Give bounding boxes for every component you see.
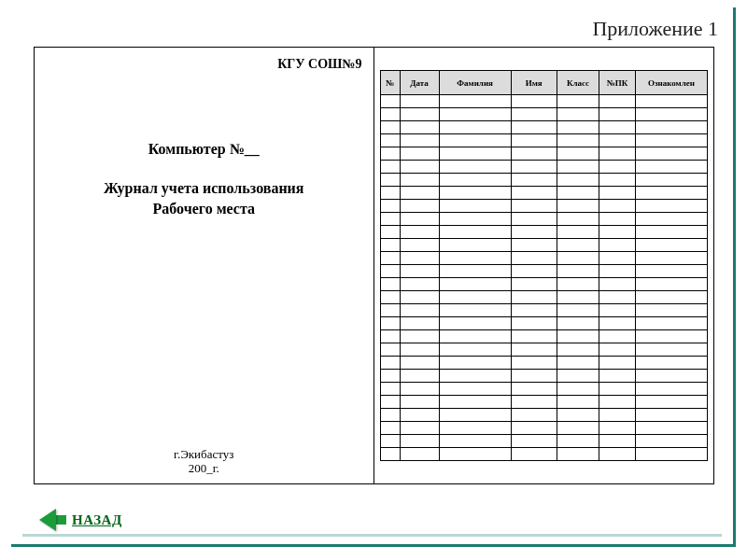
table-cell xyxy=(557,121,599,134)
table-cell xyxy=(557,174,599,187)
table-cell xyxy=(400,121,439,134)
table-cell xyxy=(380,147,400,161)
journal-title: Журнал учета использования Рабочего мест… xyxy=(35,178,374,218)
table-cell xyxy=(599,291,636,304)
table-cell xyxy=(400,422,439,435)
table-cell xyxy=(400,448,439,461)
table-cell xyxy=(400,187,439,200)
table-cell xyxy=(635,187,707,200)
table-row xyxy=(380,200,708,213)
table-cell xyxy=(380,396,400,409)
table-cell xyxy=(635,147,707,161)
table-cell xyxy=(400,383,439,396)
table-cell xyxy=(599,161,636,174)
table-cell xyxy=(439,147,511,161)
log-table: № Дата Фамилия Имя Класс №ПК Ознакомлен xyxy=(380,70,709,461)
table-cell xyxy=(400,330,439,343)
table-cell xyxy=(511,213,557,226)
table-cell xyxy=(439,304,511,317)
table-cell xyxy=(511,121,557,134)
table-cell xyxy=(635,278,707,291)
table-row xyxy=(380,409,708,422)
table-cell xyxy=(511,147,557,161)
table-cell xyxy=(635,357,707,370)
table-cell xyxy=(635,239,707,252)
table-cell xyxy=(380,252,400,265)
header-pc: №ПК xyxy=(599,71,636,95)
table-cell xyxy=(599,265,636,278)
header-ack: Ознакомлен xyxy=(635,71,707,95)
table-cell xyxy=(380,134,400,147)
table-cell xyxy=(511,108,557,121)
table-cell xyxy=(400,213,439,226)
table-cell xyxy=(557,147,599,161)
table-cell xyxy=(439,187,511,200)
table-cell xyxy=(511,278,557,291)
table-cell xyxy=(511,422,557,435)
table-cell xyxy=(511,435,557,448)
table-cell xyxy=(557,278,599,291)
table-cell xyxy=(599,409,636,422)
slide-frame: Приложение 1 КГУ СОШ№9 Компьютер №__ Жур… xyxy=(11,7,736,547)
table-cell xyxy=(400,409,439,422)
table-cell xyxy=(380,448,400,461)
table-row xyxy=(380,134,708,147)
table-cell xyxy=(557,239,599,252)
back-button[interactable]: НАЗАД xyxy=(39,509,122,531)
table-row xyxy=(380,317,708,330)
appendix-title: Приложение 1 xyxy=(592,17,718,41)
table-cell xyxy=(400,200,439,213)
table-cell xyxy=(380,121,400,134)
table-cell xyxy=(599,396,636,409)
table-cell xyxy=(400,265,439,278)
table-cell xyxy=(439,278,511,291)
table-row xyxy=(380,448,708,461)
cover-footer: г.Экибастуз 200_г. xyxy=(35,447,374,476)
table-cell xyxy=(400,357,439,370)
table-cell xyxy=(599,239,636,252)
table-cell xyxy=(599,147,636,161)
table-cell xyxy=(557,134,599,147)
table-cell xyxy=(635,161,707,174)
table-cell xyxy=(635,317,707,330)
table-cell xyxy=(439,409,511,422)
table-cell xyxy=(599,278,636,291)
table-cell xyxy=(599,108,636,121)
table-cell xyxy=(635,330,707,343)
table-cell xyxy=(557,291,599,304)
table-cell xyxy=(439,239,511,252)
table-cell xyxy=(599,304,636,317)
table-row xyxy=(380,226,708,239)
table-cell xyxy=(439,370,511,383)
table-cell xyxy=(511,95,557,108)
table-cell xyxy=(635,435,707,448)
table-cell xyxy=(380,265,400,278)
table-cell xyxy=(599,95,636,108)
organization-name: КГУ СОШ№9 xyxy=(44,55,364,72)
table-cell xyxy=(635,304,707,317)
table-cell xyxy=(439,435,511,448)
table-cell xyxy=(599,317,636,330)
table-row xyxy=(380,370,708,383)
table-cell xyxy=(400,291,439,304)
table-cell xyxy=(380,213,400,226)
table-cell xyxy=(511,448,557,461)
table-cell xyxy=(511,239,557,252)
table-cell xyxy=(557,108,599,121)
table-cell xyxy=(511,134,557,147)
table-cell xyxy=(511,343,557,357)
header-date: Дата xyxy=(400,71,439,95)
table-cell xyxy=(400,370,439,383)
table-cell xyxy=(557,396,599,409)
table-row xyxy=(380,147,708,161)
table-cell xyxy=(439,422,511,435)
table-cell xyxy=(635,95,707,108)
table-cell xyxy=(511,291,557,304)
document-content: КГУ СОШ№9 Компьютер №__ Журнал учета исп… xyxy=(34,47,714,484)
header-class: Класс xyxy=(557,71,599,95)
cover-title-block: Компьютер №__ Журнал учета использования… xyxy=(35,141,374,218)
table-row xyxy=(380,187,708,200)
table-cell xyxy=(511,187,557,200)
table-cell xyxy=(557,304,599,317)
cover-page: КГУ СОШ№9 Компьютер №__ Журнал учета исп… xyxy=(35,48,374,483)
